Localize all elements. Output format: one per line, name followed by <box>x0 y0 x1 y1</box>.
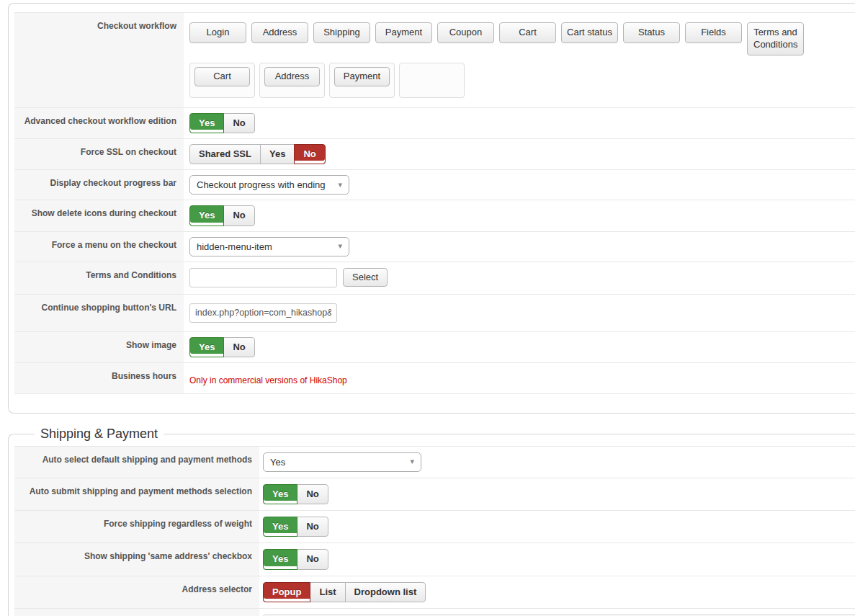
advanced-edition-option-yes[interactable]: Yes <box>189 113 224 133</box>
force-ssl-toggle: Shared SSL Yes No <box>189 144 326 164</box>
workflow-step-login[interactable]: Login <box>189 22 246 43</box>
address-selector-option-list[interactable]: List <box>310 582 345 602</box>
row-content: Yes No <box>184 332 855 362</box>
row-content: Yes No <box>184 200 855 231</box>
row-label: Force shipping regardless of weight <box>14 511 259 543</box>
address-selector-option-dropdown-list[interactable]: Dropdown list <box>345 582 426 602</box>
delete-icons-option-yes[interactable]: Yes <box>189 205 224 226</box>
row-label: Auto select default shipping and payment… <box>14 447 259 478</box>
row-advanced-edition: Advanced checkout workflow edition Yes N… <box>14 108 855 139</box>
row-label: Continue shopping button's URL <box>14 295 184 331</box>
workflow-step-payment[interactable]: Payment <box>375 22 432 43</box>
force-shipping-option-no[interactable]: No <box>297 517 328 537</box>
row-content: Checkout progress with ending ▾ <box>184 170 855 200</box>
workflow-step-shipping[interactable]: Shipping <box>313 22 370 43</box>
continue-url-input[interactable] <box>189 303 337 323</box>
address-selector-option-popup[interactable]: Popup <box>263 582 310 602</box>
terms-input[interactable] <box>189 268 337 287</box>
row-label: Mini address format <box>14 609 259 616</box>
commercial-notice: Only in commercial versions of HikaShop <box>189 372 347 385</box>
auto-select-select[interactable]: Yes ▾ <box>263 452 421 472</box>
row-delete-icons: Show delete icons during checkout Yes No <box>14 200 855 231</box>
workflow-block: Address <box>259 63 325 98</box>
row-label: Address selector <box>14 576 259 608</box>
row-checkout-workflow: Checkout workflow Login Address Shipping… <box>14 13 855 108</box>
delete-icons-toggle: Yes No <box>189 205 255 226</box>
force-ssl-option-shared-ssl[interactable]: Shared SSL <box>189 144 261 164</box>
row-label: Force SSL on checkout <box>14 139 184 169</box>
row-label: Force a menu on the checkout <box>14 232 184 262</box>
workflow-block-cart[interactable]: Cart <box>194 67 250 86</box>
auto-select-select-value: Yes <box>270 457 285 468</box>
terms-select-button[interactable]: Select <box>343 268 388 287</box>
workflow-step-status[interactable]: Status <box>623 22 680 43</box>
row-auto-submit: Auto submit shipping and payment methods… <box>14 478 855 511</box>
row-label: Advanced checkout workflow edition <box>14 108 184 138</box>
row-force-ssl: Force SSL on checkout Shared SSL Yes No <box>14 139 855 170</box>
address-selector-toggle: Popup List Dropdown list <box>263 582 426 602</box>
show-image-toggle: Yes No <box>189 337 255 357</box>
progress-bar-select-value: Checkout progress with ending <box>197 179 326 190</box>
force-ssl-option-no[interactable]: No <box>294 144 325 164</box>
row-label: Show shipping 'same address' checkbox <box>14 543 259 575</box>
workflow-block-empty[interactable] <box>399 63 465 98</box>
workflow-step-coupon[interactable]: Coupon <box>437 22 494 43</box>
force-shipping-toggle: Yes No <box>263 517 328 537</box>
shipping-payment-section: Shipping & Payment Auto select default s… <box>8 427 855 616</box>
row-show-image: Show image Yes No <box>14 332 855 363</box>
row-same-address: Show shipping 'same address' checkbox Ye… <box>14 543 855 576</box>
row-force-menu: Force a menu on the checkout hidden-menu… <box>14 232 855 262</box>
row-content: hidden-menu-item ▾ <box>184 232 855 262</box>
row-content <box>259 609 855 616</box>
delete-icons-option-no[interactable]: No <box>223 205 254 226</box>
progress-bar-select[interactable]: Checkout progress with ending ▾ <box>189 175 349 195</box>
row-content: Yes No <box>259 478 855 510</box>
workflow-block-payment[interactable]: Payment <box>334 67 390 86</box>
checkout-section: Checkout workflow Login Address Shipping… <box>8 3 855 414</box>
show-image-option-no[interactable]: No <box>223 337 254 357</box>
row-business-hours: Business hours Only in commercial versio… <box>14 363 855 394</box>
row-progress-bar: Display checkout progress bar Checkout p… <box>14 170 855 200</box>
row-address-selector: Address selector Popup List Dropdown lis… <box>14 576 855 609</box>
row-label: Display checkout progress bar <box>14 170 184 200</box>
row-content: Select <box>184 262 855 294</box>
row-content: Yes No <box>259 511 855 543</box>
advanced-edition-toggle: Yes No <box>189 113 255 133</box>
row-content: Shared SSL Yes No <box>184 139 855 169</box>
workflow-block: Payment <box>329 63 395 98</box>
workflow-step-cart-status[interactable]: Cart status <box>561 22 618 43</box>
same-address-option-no[interactable]: No <box>297 549 328 569</box>
force-menu-select[interactable]: hidden-menu-item ▾ <box>189 237 349 256</box>
workflow-steps: Login Address Shipping Payment Coupon Ca… <box>189 18 855 55</box>
chevron-down-icon: ▾ <box>410 458 414 466</box>
workflow-step-terms-and-conditions[interactable]: Terms and Conditions <box>747 22 804 55</box>
workflow-selected-steps: Cart Address Payment <box>189 63 855 102</box>
row-label: Business hours <box>14 363 184 393</box>
row-label: Checkout workflow <box>14 13 184 107</box>
row-content: Yes No <box>184 108 855 138</box>
advanced-edition-option-no[interactable]: No <box>223 113 254 133</box>
row-content: Login Address Shipping Payment Coupon Ca… <box>184 13 855 107</box>
checkout-settings-table: Checkout workflow Login Address Shipping… <box>14 12 855 394</box>
section-title: Shipping & Payment <box>35 427 164 442</box>
auto-submit-option-no[interactable]: No <box>297 484 328 504</box>
row-content: Yes No <box>259 543 855 575</box>
chevron-down-icon: ▾ <box>338 181 342 189</box>
workflow-step-fields[interactable]: Fields <box>685 22 742 43</box>
workflow-block-address[interactable]: Address <box>264 67 320 86</box>
workflow-step-cart[interactable]: Cart <box>499 22 556 43</box>
same-address-option-yes[interactable]: Yes <box>263 549 297 569</box>
row-content: Popup List Dropdown list <box>259 576 855 608</box>
row-content <box>184 295 855 331</box>
row-auto-select: Auto select default shipping and payment… <box>14 447 855 478</box>
row-label: Terms and Conditions <box>14 262 184 294</box>
force-ssl-option-yes[interactable]: Yes <box>260 144 295 164</box>
show-image-option-yes[interactable]: Yes <box>189 337 224 357</box>
row-mini-address: Mini address format <box>14 609 855 616</box>
auto-submit-toggle: Yes No <box>263 484 328 504</box>
row-terms: Terms and Conditions Select <box>14 262 855 295</box>
row-force-shipping: Force shipping regardless of weight Yes … <box>14 511 855 543</box>
force-shipping-option-yes[interactable]: Yes <box>263 517 297 537</box>
workflow-step-address[interactable]: Address <box>251 22 308 43</box>
auto-submit-option-yes[interactable]: Yes <box>263 484 297 504</box>
